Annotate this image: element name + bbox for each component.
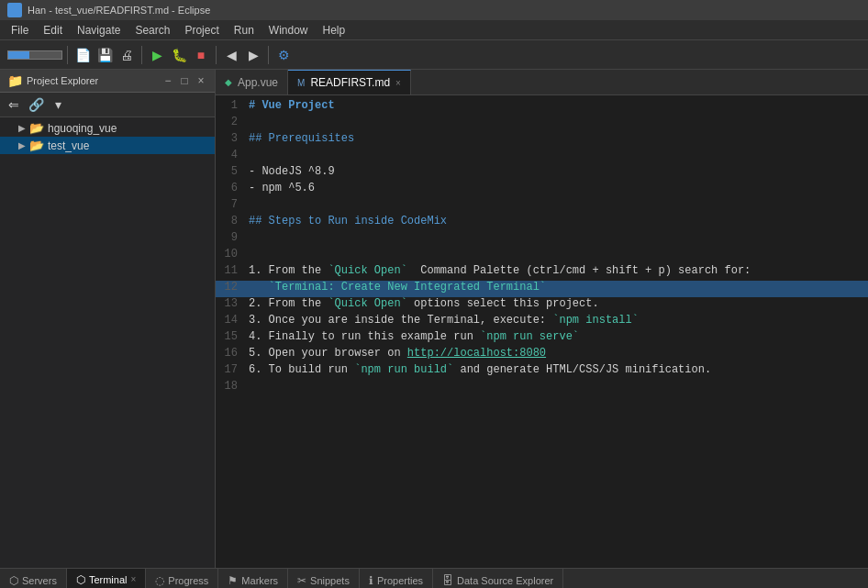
tab-appvue[interactable]: ◆ App.vue <box>216 70 288 94</box>
line-content: 1. From the `Quick Open` Command Palette… <box>249 264 751 277</box>
bottom-tab-datasource-label: Data Source Explorer <box>457 575 553 586</box>
editor-content[interactable]: 1# Vue Project23## Prerequisites45- Node… <box>216 95 868 568</box>
separator-4 <box>268 46 269 64</box>
bottom-tab-terminal[interactable]: ⬡ Terminal × <box>67 569 146 588</box>
link-editor-btn[interactable]: 🔗 <box>26 94 46 115</box>
line-number: 4 <box>216 149 249 161</box>
save-btn[interactable]: 💾 <box>95 45 115 65</box>
bottom-tab-markers[interactable]: ⚑ Markers <box>218 569 288 588</box>
tab-readfirst[interactable]: M READFIRST.md × <box>288 70 411 94</box>
bottom-tab-snippets[interactable]: ✂ Snippets <box>288 569 360 588</box>
line-content: # Vue Project <box>249 99 335 112</box>
bottom-tab-properties-label: Properties <box>377 575 423 586</box>
code-line: 111. From the `Quick Open` Command Palet… <box>216 264 868 281</box>
line-number: 16 <box>216 347 249 360</box>
explorer-icon: 📁 <box>7 73 23 88</box>
code-line: 176. To build run `npm run build` and ge… <box>216 363 868 380</box>
menu-window[interactable]: Window <box>262 22 316 39</box>
collapse-all-btn[interactable]: ⇐ <box>4 94 24 115</box>
menu-navigate[interactable]: Navigate <box>70 22 128 39</box>
code-line: 165. Open your browser on http://localho… <box>216 347 868 363</box>
bottom-tab-properties[interactable]: ℹ Properties <box>360 569 433 588</box>
bottom-tab-servers-label: Servers <box>22 575 57 586</box>
tree-item-hguoqing[interactable]: ▶ 📂 hguoqing_vue <box>0 119 215 137</box>
line-number: 8 <box>216 215 249 227</box>
print-btn[interactable]: 🖨 <box>117 45 137 65</box>
line-number: 6 <box>216 182 249 194</box>
line-content: 6. To build run `npm run build` and gene… <box>249 363 711 376</box>
tab-bar: ◆ App.vue M READFIRST.md × <box>216 70 868 95</box>
maximize-btn[interactable]: □ <box>178 74 191 87</box>
folder-icon: 📂 <box>29 121 44 135</box>
sidebar-header: 📁 Project Explorer − □ × <box>0 70 215 93</box>
menu-run[interactable]: Run <box>227 22 262 39</box>
menu-search[interactable]: Search <box>128 22 177 39</box>
code-line: 9 <box>216 231 868 248</box>
editor-area: ◆ App.vue M READFIRST.md × 1# Vue Projec… <box>216 70 868 568</box>
tree-item-label: hguoqing_vue <box>48 122 117 135</box>
bottom-tab-markers-label: Markers <box>241 575 278 586</box>
line-number: 15 <box>216 330 249 343</box>
line-number: 10 <box>216 248 249 261</box>
stop-btn[interactable]: ■ <box>191 45 211 65</box>
properties-icon: ℹ <box>369 574 373 587</box>
sidebar-title: Project Explorer <box>27 75 98 86</box>
tab-close-btn[interactable]: × <box>395 78 401 88</box>
code-line: 8## Steps to Run inside CodeMix <box>216 215 868 231</box>
menu-project[interactable]: Project <box>177 22 226 39</box>
line-number: 1 <box>216 99 249 112</box>
separator-1 <box>67 46 68 64</box>
title-bar: Han - test_vue/READFIRST.md - Eclipse <box>0 0 868 20</box>
settings-btn[interactable]: ⚙ <box>273 45 294 65</box>
code-line: 2 <box>216 116 868 132</box>
line-number: 3 <box>216 132 249 145</box>
toolbar: 📄 💾 🖨 ▶ 🐛 ■ ◀ ▶ ⚙ <box>0 40 868 70</box>
prev-btn[interactable]: ◀ <box>221 45 241 65</box>
line-content: 5. Open your browser on http://localhost… <box>249 347 546 360</box>
line-content: ## Prerequisites <box>249 132 354 145</box>
line-content: `Terminal: Create New Integrated Termina… <box>249 281 546 294</box>
bottom-tab-progress[interactable]: ◌ Progress <box>146 569 218 588</box>
line-number: 5 <box>216 165 249 178</box>
tab-label-readfirst: READFIRST.md <box>310 76 390 89</box>
menu-edit[interactable]: Edit <box>36 22 70 39</box>
separator-2 <box>141 46 142 64</box>
menu-help[interactable]: Help <box>316 22 353 39</box>
tree-item-testvue[interactable]: ▶ 📂 test_vue <box>0 137 215 154</box>
sidebar-toolbar: ⇐ 🔗 ▾ <box>0 93 215 117</box>
line-number: 13 <box>216 297 249 310</box>
line-content: 4. Finally to run this example run `npm … <box>249 330 579 343</box>
menu-bar: File Edit Navigate Search Project Run Wi… <box>0 20 868 40</box>
close-sidebar-btn[interactable]: × <box>195 74 207 87</box>
code-line: 5- NodeJS ^8.9 <box>216 165 868 182</box>
view-menu-btn[interactable]: ▾ <box>48 94 68 115</box>
menu-file[interactable]: File <box>4 22 36 39</box>
line-number: 11 <box>216 264 249 277</box>
line-content: ## Steps to Run inside CodeMix <box>249 215 447 227</box>
bottom-tab-servers[interactable]: ⬡ Servers <box>0 569 67 588</box>
line-number: 14 <box>216 314 249 327</box>
md-icon: M <box>297 78 305 88</box>
markers-icon: ⚑ <box>228 574 238 587</box>
run-btn[interactable]: ▶ <box>147 45 167 65</box>
bottom-tab-snippets-label: Snippets <box>310 575 350 586</box>
datasource-icon: 🗄 <box>442 574 453 587</box>
separator-3 <box>216 46 217 64</box>
terminal-close-btn[interactable]: × <box>130 574 136 584</box>
next-btn[interactable]: ▶ <box>243 45 263 65</box>
line-content: - npm ^5.6 <box>249 182 315 194</box>
line-number: 9 <box>216 231 249 244</box>
new-btn[interactable]: 📄 <box>72 45 93 65</box>
line-number: 2 <box>216 116 249 128</box>
code-line: 4 <box>216 149 868 165</box>
code-line: 154. Finally to run this example run `np… <box>216 330 868 347</box>
folder-icon-2: 📂 <box>29 139 44 152</box>
bottom-tab-datasource[interactable]: 🗄 Data Source Explorer <box>433 569 563 588</box>
progress-icon: ◌ <box>155 574 164 587</box>
line-number: 7 <box>216 198 249 211</box>
debug-btn[interactable]: 🐛 <box>169 45 189 65</box>
snippets-icon: ✂ <box>297 574 306 587</box>
terminal-icon: ⬡ <box>76 573 85 586</box>
bottom-tabs: ⬡ Servers ⬡ Terminal × ◌ Progress ⚑ Mark… <box>0 569 868 588</box>
minimize-btn[interactable]: − <box>161 74 174 87</box>
